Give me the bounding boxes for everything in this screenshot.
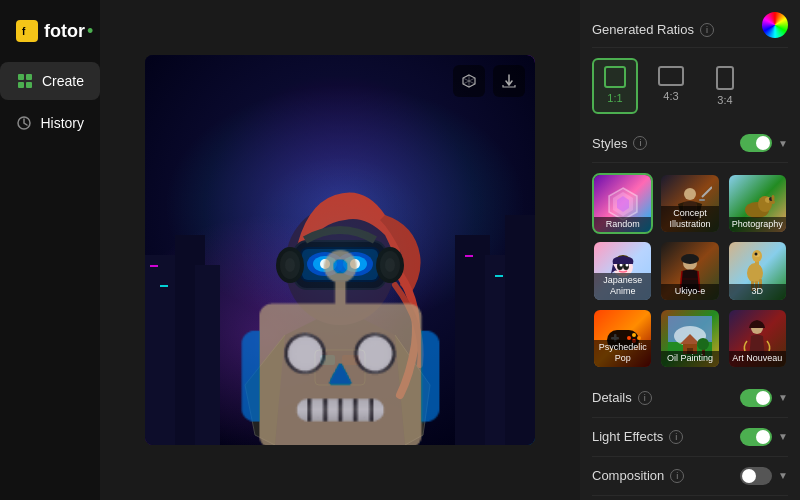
style-concept[interactable]: ConceptIllustration — [659, 173, 720, 234]
ratio-4-3-icon — [658, 66, 684, 86]
composition-chevron: ▼ — [778, 470, 788, 481]
composition-label: Composition — [592, 468, 664, 483]
svg-rect-21 — [328, 295, 352, 325]
details-label: Details — [592, 390, 632, 405]
style-3d-label: 3D — [729, 284, 786, 300]
details-toggle[interactable] — [740, 389, 772, 407]
style-psychedelic[interactable]: PsychedelicPop — [592, 308, 653, 369]
svg-rect-5 — [26, 82, 32, 88]
ratios-info-icon: i — [700, 23, 714, 37]
style-3d[interactable]: 3D — [727, 240, 788, 301]
styles-section-header[interactable]: Styles i ▼ — [592, 124, 788, 163]
svg-rect-40 — [320, 355, 335, 365]
style-psychedelic-label: PsychedelicPop — [594, 340, 651, 367]
svg-rect-51 — [699, 199, 705, 201]
svg-point-35 — [285, 258, 295, 272]
light-effects-label: Light Effects — [592, 429, 663, 444]
ratio-1-1[interactable]: 1:1 — [592, 58, 638, 114]
generated-image — [145, 55, 535, 445]
svg-rect-13 — [455, 235, 490, 445]
svg-point-29 — [313, 256, 337, 272]
svg-point-37 — [380, 251, 400, 279]
svg-line-50 — [702, 187, 712, 197]
styles-chevron: ▼ — [778, 138, 788, 149]
style-photo-label: Photography — [729, 217, 786, 233]
svg-point-27 — [307, 252, 343, 276]
svg-rect-26 — [302, 249, 378, 280]
styles-label: Styles — [592, 136, 627, 151]
style-anime[interactable]: JapaneseAnime — [592, 240, 653, 301]
details-section[interactable]: Details i ▼ — [592, 379, 788, 418]
svg-point-72 — [755, 252, 758, 255]
svg-rect-3 — [26, 74, 32, 80]
composition-info-icon: i — [670, 469, 684, 483]
svg-point-36 — [376, 247, 404, 283]
svg-point-34 — [280, 251, 300, 279]
history-icon — [16, 114, 32, 132]
style-ukiyo[interactable]: Ukiyo-e — [659, 240, 720, 301]
cube-icon-button[interactable] — [453, 65, 485, 97]
svg-rect-45 — [717, 67, 733, 89]
light-effects-info-icon: i — [669, 430, 683, 444]
svg-point-57 — [772, 195, 775, 201]
svg-point-87 — [697, 338, 709, 350]
svg-rect-15 — [505, 215, 535, 445]
svg-point-31 — [320, 259, 330, 269]
main-canvas-area — [100, 0, 580, 500]
svg-rect-41 — [342, 355, 360, 365]
style-nouveau[interactable]: Art Nouveau — [727, 308, 788, 369]
composition-toggle[interactable] — [740, 467, 772, 485]
svg-point-32 — [350, 259, 360, 269]
svg-point-42 — [240, 155, 440, 355]
svg-point-28 — [337, 252, 373, 276]
history-label: History — [40, 115, 84, 131]
art-svg — [145, 55, 535, 445]
style-photography[interactable]: Photography — [727, 173, 788, 234]
details-info-icon: i — [638, 391, 652, 405]
generated-ratios-label: Generated Ratios — [592, 22, 694, 37]
light-effects-chevron: ▼ — [778, 431, 788, 442]
style-oil[interactable]: Oil Painting — [659, 308, 720, 369]
figure-container — [145, 55, 535, 445]
composition-section[interactable]: Composition i ▼ — [592, 457, 788, 496]
svg-rect-39 — [315, 350, 365, 385]
style-oil-label: Oil Painting — [661, 351, 718, 367]
svg-point-64 — [681, 254, 699, 264]
svg-rect-18 — [465, 255, 473, 257]
ratio-3-4[interactable]: 3:4 — [704, 58, 746, 114]
light-effects-toggle[interactable] — [740, 428, 772, 446]
styles-toggle[interactable] — [740, 134, 772, 152]
svg-rect-25 — [300, 247, 380, 282]
svg-rect-12 — [195, 265, 220, 445]
sidebar-item-create[interactable]: Create — [0, 62, 100, 100]
ratio-1-1-label: 1:1 — [607, 92, 622, 104]
logo-dot: • — [87, 21, 93, 42]
style-anime-label: JapaneseAnime — [594, 273, 651, 300]
create-label: Create — [42, 73, 84, 89]
ratio-4-3-label: 4:3 — [663, 90, 678, 102]
svg-rect-43 — [605, 67, 625, 87]
svg-rect-16 — [150, 265, 158, 267]
svg-rect-2 — [18, 74, 24, 80]
right-panel: Generated Ratios i ▼ 1:1 4:3 — [580, 0, 800, 500]
download-icon-button[interactable] — [493, 65, 525, 97]
svg-point-38 — [385, 258, 395, 272]
style-ukiyo-label: Ukiyo-e — [661, 284, 718, 300]
svg-point-30 — [343, 256, 367, 272]
generated-ratios-section[interactable]: Generated Ratios i ▼ — [592, 12, 788, 48]
svg-point-33 — [276, 247, 304, 283]
logo-text: fotor — [44, 21, 85, 42]
ratio-4-3[interactable]: 4:3 — [646, 58, 696, 114]
light-effects-section[interactable]: Light Effects i ▼ — [592, 418, 788, 457]
svg-point-75 — [632, 333, 636, 337]
download-icon — [501, 73, 517, 89]
style-nouveau-label: Art Nouveau — [729, 351, 786, 367]
style-random[interactable]: Random — [592, 173, 653, 234]
style-random-label: Random — [594, 217, 651, 233]
style-concept-label: ConceptIllustration — [661, 206, 718, 233]
ratio-3-4-label: 3:4 — [717, 94, 732, 106]
sidebar-item-history[interactable]: History — [0, 104, 100, 142]
cube-icon — [461, 73, 477, 89]
logo-icon: f — [16, 20, 38, 42]
color-wheel[interactable] — [762, 12, 788, 38]
